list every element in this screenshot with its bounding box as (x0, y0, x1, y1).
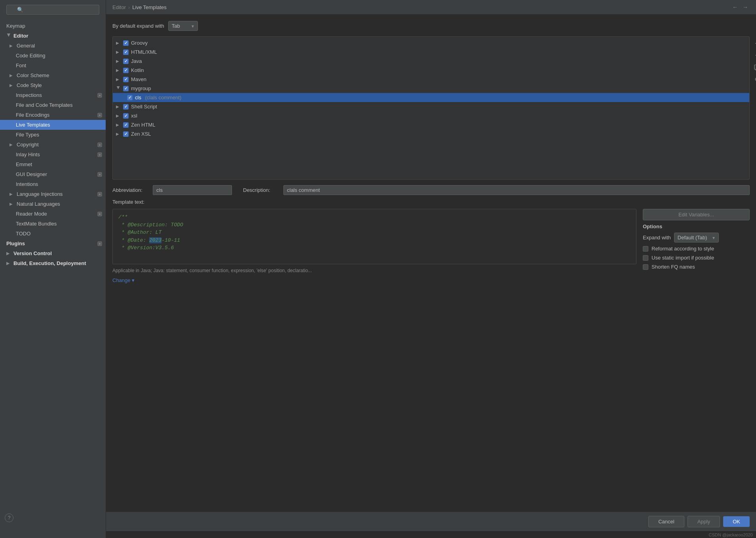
gui-designer-badge-icon: ≡ (97, 172, 103, 177)
cls-checkbox[interactable] (127, 95, 133, 100)
shell-checkbox[interactable] (123, 104, 129, 110)
html-xml-checkbox[interactable] (123, 49, 129, 55)
code-and-applicable: /** * @Description: TODO * @Author: LT *… (112, 209, 636, 283)
bottom-bar-text: CSDN @jackaroo2020 (709, 532, 753, 537)
sidebar-item-file-code-templates[interactable]: File and Code Templates (0, 100, 106, 110)
sidebar-item-intentions[interactable]: Intentions (0, 179, 106, 189)
shorten-fq-checkbox[interactable] (643, 264, 648, 270)
apply-button[interactable]: Apply (688, 516, 720, 527)
expand-with-dropdown-wrap: Default (Tab) Tab Enter Space ▼ (674, 233, 719, 242)
mygroup-checkbox[interactable] (123, 86, 129, 91)
expand-row: By default expand with Tab Enter Space ▼ (112, 21, 750, 31)
sidebar-item-emmet[interactable]: Emmet (0, 159, 106, 169)
maven-checkbox[interactable] (123, 77, 129, 82)
sidebar-item-color-scheme[interactable]: ▶ Color Scheme (0, 70, 106, 80)
description-input[interactable] (283, 185, 750, 195)
template-group-zen-xsl[interactable]: ▶ Zen XSL (113, 129, 749, 138)
side-toolbar: + − ↺ (751, 36, 756, 86)
sidebar-item-general[interactable]: ▶ General (0, 41, 106, 51)
content-area: Editor › Live Templates ← → By default e… (106, 0, 756, 538)
sidebar-item-build-exec[interactable]: ▶ Build, Execution, Deployment (0, 258, 106, 268)
change-link[interactable]: Change ▾ (112, 277, 135, 283)
static-import-label: Use static import if possible (652, 255, 714, 261)
kotlin-checkbox[interactable] (123, 68, 129, 73)
abbreviation-label: Abbreviation: (112, 187, 148, 193)
inlay-hints-badge-icon: ≡ (97, 152, 103, 157)
chevron-general-icon: ▶ (9, 44, 14, 48)
template-group-shell[interactable]: ▶ Shell Script (113, 102, 749, 111)
footer: Cancel Apply OK (106, 511, 756, 531)
edit-variables-button[interactable]: Edit Variables... (643, 209, 750, 220)
sidebar-item-label: Emmet (16, 161, 32, 167)
help-button[interactable]: ? (5, 513, 13, 522)
svg-text:≡: ≡ (99, 94, 101, 97)
sidebar-item-gui-designer[interactable]: GUI Designer ≡ (0, 169, 106, 179)
sidebar-item-label: Plugins (6, 241, 25, 246)
sidebar-item-code-editing[interactable]: Code Editing (0, 51, 106, 61)
template-group-java[interactable]: ▶ Java (113, 57, 749, 66)
reader-mode-badge-icon: ≡ (97, 211, 103, 217)
sidebar-item-label: File Encodings (16, 112, 49, 118)
svg-text:≡: ≡ (99, 212, 101, 216)
sidebar-item-natural-languages[interactable]: ▶ Natural Languages (0, 199, 106, 209)
chevron-editor-icon: ▶ (7, 34, 11, 38)
ok-button[interactable]: OK (723, 516, 750, 527)
template-group-maven[interactable]: ▶ Maven (113, 75, 749, 84)
remove-template-button[interactable]: − (751, 50, 756, 61)
sidebar-item-label: Color Scheme (17, 72, 49, 78)
expand-with-select[interactable]: Default (Tab) Tab Enter Space (674, 233, 719, 242)
breadcrumb-current: Live Templates (132, 4, 166, 10)
reformat-checkbox[interactable] (643, 246, 648, 252)
sidebar-item-editor[interactable]: ▶ Editor (0, 31, 106, 41)
template-group-xsl[interactable]: ▶ xsl (113, 111, 749, 120)
java-checkbox[interactable] (123, 59, 129, 64)
abbreviation-input[interactable] (153, 185, 232, 195)
sidebar-item-live-templates[interactable]: Live Templates (0, 120, 106, 130)
sidebar-item-todo[interactable]: TODO (0, 229, 106, 239)
sidebar-item-copyright[interactable]: ▶ Copyright ≡ (0, 140, 106, 150)
cancel-button[interactable]: Cancel (648, 516, 684, 527)
template-group-zen-html[interactable]: ▶ Zen HTML (113, 120, 749, 129)
template-group-kotlin[interactable]: ▶ Kotlin (113, 66, 749, 75)
add-template-button[interactable]: + (751, 38, 756, 49)
xsl-checkbox[interactable] (123, 113, 129, 119)
static-import-checkbox[interactable] (643, 255, 648, 261)
sidebar-item-keymap[interactable]: Keymap (0, 21, 106, 31)
sidebar-item-textmate[interactable]: TextMate Bundles (0, 219, 106, 229)
sidebar-item-reader-mode[interactable]: Reader Mode ≡ (0, 209, 106, 219)
template-group-html-xml[interactable]: ▶ HTML/XML (113, 47, 749, 57)
sidebar-item-language-injections[interactable]: ▶ Language Injections ≡ (0, 189, 106, 199)
expand-dropdown-wrap: Tab Enter Space ▼ (168, 21, 198, 31)
template-item-cls[interactable]: cls (clals comment) (113, 93, 749, 102)
sidebar-item-label: Natural Languages (17, 201, 60, 207)
sidebar-item-label: Code Editing (16, 53, 45, 59)
sidebar-item-font[interactable]: Font (0, 61, 106, 70)
sidebar-item-label: Intentions (16, 181, 38, 187)
expand-label: By default expand with (112, 23, 164, 29)
zen-html-checkbox[interactable] (123, 122, 129, 128)
options-title: Options (643, 224, 750, 229)
chevron-groovy-icon: ▶ (116, 41, 121, 45)
zen-xsl-checkbox[interactable] (123, 131, 129, 137)
groovy-checkbox[interactable] (123, 40, 129, 46)
sidebar-item-code-style[interactable]: ▶ Code Style (0, 80, 106, 90)
sidebar-item-file-types[interactable]: File Types (0, 130, 106, 140)
reset-template-button[interactable]: ↺ (751, 74, 756, 85)
chevron-copyright-icon: ▶ (9, 142, 14, 147)
copy-template-button[interactable] (751, 62, 756, 73)
search-input[interactable] (6, 5, 99, 15)
chevron-lang-inject-icon: ▶ (9, 192, 14, 196)
template-text-label-row: Template text: (112, 199, 750, 205)
template-code-editor[interactable]: /** * @Description: TODO * @Author: LT *… (112, 209, 636, 264)
sidebar-item-file-encodings[interactable]: File Encodings ≡ (0, 110, 106, 120)
sidebar-item-plugins[interactable]: Plugins ≡ (0, 239, 106, 248)
back-button[interactable]: ← (731, 3, 739, 11)
applicable-row: Applicable in Java; Java: statement, con… (112, 267, 636, 274)
template-group-mygroup[interactable]: ▶ mygroup (113, 84, 749, 93)
sidebar-item-inlay-hints[interactable]: Inlay Hints ≡ (0, 150, 106, 159)
forward-button[interactable]: → (741, 3, 750, 11)
sidebar-item-inspections[interactable]: Inspections ≡ (0, 90, 106, 100)
sidebar-item-version-control[interactable]: ▶ Version Control (0, 248, 106, 258)
template-group-groovy[interactable]: ▶ Groovy (113, 38, 749, 47)
expand-dropdown[interactable]: Tab Enter Space (168, 21, 198, 31)
